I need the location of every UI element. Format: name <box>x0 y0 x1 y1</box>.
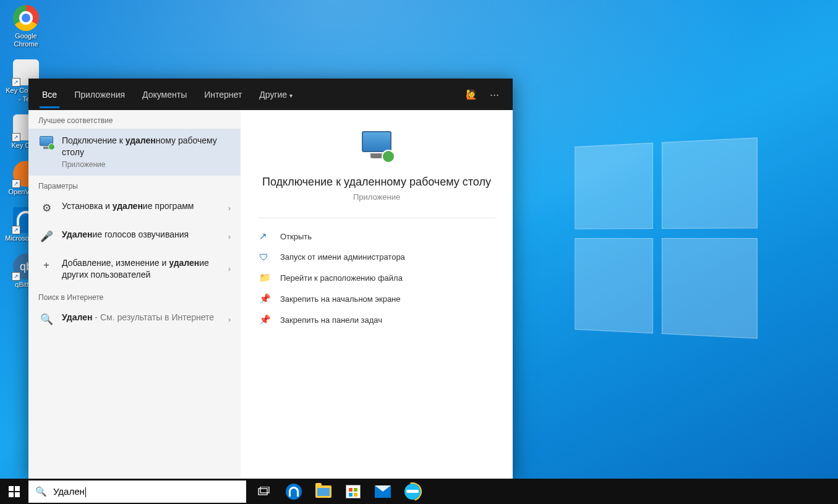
svg-rect-6 <box>349 488 353 492</box>
result-remove-voices[interactable]: 🎤 Удаление голосов озвучивания › <box>28 223 241 251</box>
windows-logo-wallpaper <box>575 137 758 339</box>
svg-rect-5 <box>260 487 269 493</box>
svg-rect-7 <box>354 488 357 492</box>
search-input[interactable]: Удален <box>53 486 85 497</box>
action-pin-start[interactable]: 📌 Закрепить на начальном экране <box>258 288 495 309</box>
more-icon[interactable]: ⋯ <box>490 89 499 100</box>
open-icon: ↗ <box>259 231 273 242</box>
detail-title: Подключение к удаленному рабочему столу <box>258 176 495 189</box>
taskbar-edge[interactable] <box>280 479 308 504</box>
search-icon: 🔍 <box>38 312 54 328</box>
microphone-icon: 🎤 <box>38 229 54 245</box>
taskbar-ie[interactable] <box>398 479 427 504</box>
divider <box>258 218 495 218</box>
result-web-search[interactable]: 🔍 Удален - См. результаты в Интернете › <box>28 305 241 334</box>
gear-icon: ⚙ <box>38 200 54 216</box>
taskbar-store[interactable] <box>339 479 367 504</box>
result-rdp-app[interactable]: Подключение к удаленному рабочему столу … <box>28 129 241 176</box>
tab-all[interactable]: Все <box>33 81 66 108</box>
svg-rect-0 <box>9 486 14 491</box>
chevron-right-icon: › <box>228 203 231 213</box>
search-icon: 🔍 <box>28 486 53 497</box>
chevron-right-icon: › <box>228 232 231 241</box>
svg-rect-8 <box>349 493 353 497</box>
taskbar-explorer[interactable] <box>309 479 338 504</box>
taskbar: 🔍 Удален <box>0 479 838 504</box>
section-best-match: Лучшее соответствие <box>28 110 241 129</box>
plus-icon: + <box>38 257 54 273</box>
svg-rect-9 <box>354 493 357 497</box>
detail-subtitle: Приложение <box>258 192 495 202</box>
start-search-panel: Все Приложения Документы Интернет Другие… <box>28 79 513 479</box>
taskview-button[interactable] <box>250 479 278 504</box>
desktop-icon-chrome[interactable]: Google Chrome <box>4 5 48 48</box>
rdp-icon <box>38 135 54 151</box>
search-header: Все Приложения Документы Интернет Другие… <box>28 79 513 110</box>
search-detail-pane: Подключение к удаленному рабочему столу … <box>241 110 513 479</box>
tab-apps[interactable]: Приложения <box>66 81 134 108</box>
chevron-right-icon: › <box>228 315 231 324</box>
section-web-search: Поиск в Интернете <box>28 287 241 305</box>
action-run-admin[interactable]: 🛡 Запуск от имени администратора <box>258 247 495 267</box>
rdp-large-icon <box>359 130 394 164</box>
tab-more[interactable]: Другие▾ <box>250 81 301 108</box>
action-pin-taskbar[interactable]: 📌 Закрепить на панели задач <box>258 309 495 330</box>
svg-rect-2 <box>9 492 14 497</box>
pin-icon: 📌 <box>259 314 273 325</box>
action-open-location[interactable]: 📁 Перейти к расположению файла <box>258 267 495 288</box>
folder-icon: 📁 <box>259 272 273 283</box>
svg-rect-4 <box>259 489 267 495</box>
tab-internet[interactable]: Интернет <box>195 81 250 108</box>
pin-icon: 📌 <box>259 293 273 304</box>
shield-icon: 🛡 <box>259 252 273 262</box>
chevron-right-icon: › <box>228 264 231 273</box>
search-results-list: Лучшее соответствие Подключение к удален… <box>28 110 241 479</box>
section-settings: Параметры <box>28 176 241 194</box>
result-manage-users[interactable]: + Добавление, изменение и удаление други… <box>28 251 241 287</box>
feedback-icon[interactable]: 🙋 <box>466 89 477 100</box>
action-open[interactable]: ↗ Открыть <box>258 226 495 247</box>
chevron-down-icon: ▾ <box>289 92 293 99</box>
taskbar-search-box[interactable]: 🔍 Удален <box>28 481 246 503</box>
taskbar-mail[interactable] <box>369 479 397 504</box>
tab-documents[interactable]: Документы <box>134 81 195 108</box>
start-button[interactable] <box>0 479 28 504</box>
result-uninstall-programs[interactable]: ⚙ Установка и удаление программ › <box>28 194 241 223</box>
svg-rect-1 <box>15 486 20 491</box>
svg-rect-3 <box>15 492 20 497</box>
